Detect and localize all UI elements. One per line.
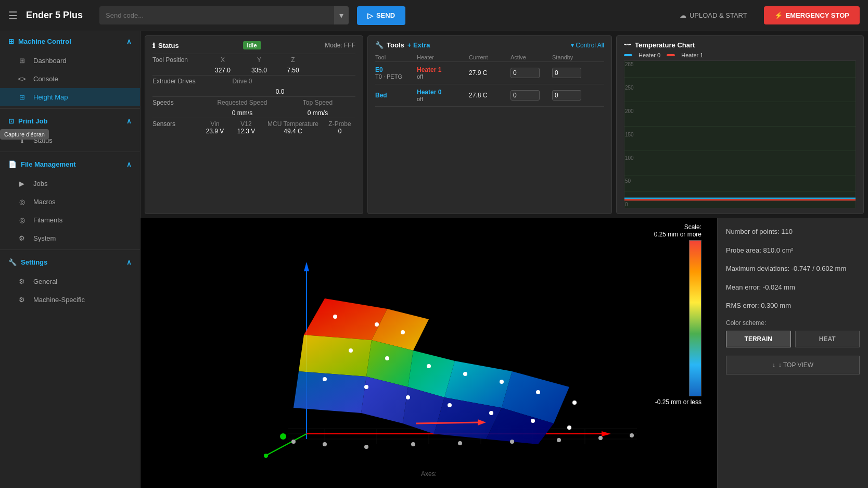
scale-bottom-label: -0.25 mm or less [655, 398, 701, 406]
position-row: Tool Position X Y Z [152, 54, 355, 66]
tools-table-row: E0 T0 · PETG Heater 1 off 27.9 C [375, 62, 604, 84]
sidebar-item-console[interactable]: <> Console [0, 70, 140, 88]
svg-point-59 [567, 426, 571, 430]
e0-active-cell [510, 68, 552, 78]
sidebar-item-jobs-label: Jobs [33, 180, 47, 187]
sidebar-section-file-management[interactable]: 📄 File Management ∧ [0, 154, 140, 174]
system-icon: ⚙ [17, 234, 27, 242]
sidebar-item-general[interactable]: ⚙ General [0, 272, 140, 291]
chevron-up-icon: ∧ [126, 37, 132, 45]
svg-point-50 [500, 380, 504, 384]
send-button[interactable]: ▷ SEND [357, 6, 405, 25]
topbar: ☰ Ender 5 Plus ▾ ▷ SEND ☁ UPLOAD & START… [0, 0, 868, 31]
svg-point-55 [406, 395, 410, 399]
chevron-up-print-icon: ∧ [126, 117, 132, 125]
hm-stat-rms-error: RMS error: 0.300 mm [726, 301, 860, 311]
position-label: Tool Position [152, 56, 205, 64]
hm-color-btns: TERRAIN HEAT [726, 331, 860, 347]
top-view-icon: ↓ [772, 361, 775, 369]
status-row: ℹ Status Idle Mode: FFF Tool Position X … [141, 31, 868, 218]
position-y-label: Y [241, 56, 277, 64]
svg-marker-29 [293, 371, 366, 413]
send-dropdown-btn[interactable]: ▾ [334, 6, 349, 24]
tools-control-all[interactable]: ▾ Control All [571, 42, 604, 49]
sidebar-item-machine-specific[interactable]: ⚙ Machine-Specific [0, 291, 140, 309]
svg-point-42 [630, 433, 634, 437]
sidebar-item-macros-label: Macros [33, 198, 56, 206]
sidebar-section-settings[interactable]: 🔧 Settings ∧ [0, 252, 140, 272]
sidebar-item-system-label: System [33, 234, 56, 242]
hm-color-heat-btn[interactable]: HEAT [795, 331, 860, 347]
svg-point-35 [323, 442, 327, 446]
drive-label: Drive 0 [205, 78, 280, 85]
sidebar-item-dashboard[interactable]: ⊞ Dashboard [0, 52, 140, 70]
menu-icon[interactable]: ☰ [8, 9, 18, 22]
e0-active-input[interactable] [510, 68, 540, 78]
position-z-label: Z [277, 56, 309, 64]
svg-point-37 [411, 442, 415, 446]
svg-point-48 [427, 364, 431, 368]
chevron-up-settings-icon: ∧ [126, 258, 132, 266]
svg-point-44 [375, 322, 379, 327]
svg-point-49 [463, 372, 467, 376]
svg-point-43 [333, 315, 337, 319]
tools-table-header: Tool Heater Current Active Standby [375, 53, 604, 62]
vin-val: 23.9 V [199, 128, 231, 135]
sidebar-item-system[interactable]: ⚙ System [0, 229, 140, 247]
temp-chart-legend: Heater 0 Heater 1 [624, 52, 856, 58]
speeds-vals: 0 mm/s 0 mm/s [152, 108, 355, 118]
speeds-label: Speeds [152, 99, 205, 106]
chart-svg [624, 60, 856, 208]
vin-label: Vin [199, 120, 231, 128]
tools-header: 🔧 Tools + Extra ▾ Control All [375, 41, 604, 49]
sidebar-item-height-map[interactable]: ⊞ Height Map [0, 88, 140, 106]
sidebar-section-machine-control[interactable]: ⊞ Machine Control ∧ [0, 31, 140, 52]
sidebar-item-general-label: General [33, 278, 57, 285]
sidebar-section-print-job[interactable]: ⊡ Print Job ∧ [0, 111, 140, 131]
general-icon: ⚙ [17, 278, 27, 285]
svg-point-21 [264, 454, 268, 458]
height-map-icon: ⊞ [17, 93, 27, 101]
upload-start-button[interactable]: ☁ UPLOAD & START [671, 6, 756, 24]
sidebar-section-print-job-label: Print Job [18, 117, 47, 125]
chart-y-labels: 285 250 200 150 100 50 0 [624, 60, 635, 208]
scale-gradient [689, 240, 701, 396]
bed-standby-input[interactable] [552, 90, 581, 101]
heightmap-mesh-svg [221, 236, 637, 470]
extruder-vals: 0.0 [152, 87, 355, 96]
settings-wrench-icon: 🔧 [8, 258, 17, 266]
svg-point-46 [349, 348, 353, 353]
hm-top-view-btn[interactable]: ↓ ↓ TOP VIEW [726, 356, 860, 374]
hm-color-terrain-btn[interactable]: TERRAIN [726, 331, 791, 347]
sidebar-item-height-map-label: Height Map [33, 93, 68, 101]
send-code-input-wrap: ▾ [99, 6, 349, 24]
zprobe-label: Z-Probe [324, 120, 355, 128]
e0-standby-input[interactable] [552, 68, 581, 78]
chart-inner: 14:08 14:09 14:10 14:11 14:12 14:13 14:1… [624, 60, 856, 208]
extruder-row: Extruder Drives Drive 0 [152, 75, 355, 87]
tools-extra[interactable]: + Extra [407, 41, 430, 49]
temp-chart-header: 〰 Temperature Chart [624, 41, 856, 49]
bed-active-input[interactable] [510, 90, 540, 101]
svg-marker-24 [299, 335, 372, 377]
bed-standby-cell [552, 90, 594, 101]
drive-val: 0.0 [205, 88, 355, 95]
sensors-label: Sensors [152, 120, 199, 128]
heater-1-cell: Heater 1 off [417, 66, 469, 80]
tools-panel: 🔧 Tools + Extra ▾ Control All Tool Heate… [367, 35, 612, 214]
top-speed-label: Top Speed [280, 99, 355, 106]
sidebar: ⊞ Machine Control ∧ ⊞ Dashboard <> Conso… [0, 31, 141, 488]
heater-0-cell: Heater 0 off [417, 89, 469, 102]
print-job-icon: ⊡ [8, 117, 14, 125]
svg-point-47 [385, 356, 389, 360]
svg-point-38 [458, 441, 462, 445]
sidebar-item-macros[interactable]: ◎ Macros [0, 193, 140, 211]
emergency-stop-button[interactable]: ⚡ EMERGENCY STOP [764, 6, 860, 24]
svg-point-56 [448, 403, 452, 407]
svg-point-62 [280, 433, 286, 440]
send-code-input[interactable] [99, 7, 334, 23]
sidebar-item-filaments[interactable]: ◎ Filaments [0, 211, 140, 229]
status-panel-title: ℹ Status [152, 42, 179, 49]
sidebar-item-jobs[interactable]: ▶ Jobs [0, 174, 140, 193]
svg-point-40 [557, 438, 561, 442]
